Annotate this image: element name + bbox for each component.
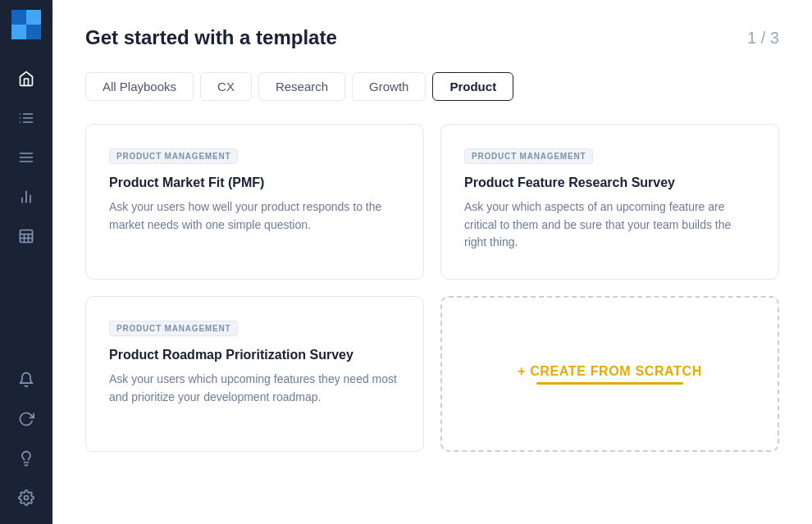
sidebar-item-refresh[interactable] <box>10 403 43 435</box>
sidebar <box>0 0 52 524</box>
card-roadmap-desc: Ask your users which upcoming features t… <box>109 371 400 406</box>
sidebar-item-menu[interactable] <box>10 141 43 174</box>
filter-tab-product[interactable]: Product <box>432 72 513 101</box>
svg-rect-1 <box>26 10 41 25</box>
svg-rect-2 <box>11 25 26 39</box>
filter-tabs: All Playbooks CX Research Growth Product <box>85 72 779 101</box>
card-roadmap-title: Product Roadmap Prioritization Survey <box>109 348 400 362</box>
main-content: Get started with a template 1 / 3 All Pl… <box>52 0 812 524</box>
sidebar-item-table[interactable] <box>10 220 43 253</box>
svg-rect-16 <box>21 230 33 243</box>
page-counter: 1 / 3 <box>747 29 779 48</box>
sidebar-item-bell[interactable] <box>10 363 43 396</box>
filter-tab-cx[interactable]: CX <box>200 72 252 101</box>
card-pmf-desc: Ask your users how well your product res… <box>109 198 400 234</box>
sidebar-item-chart[interactable] <box>10 180 43 213</box>
card-feature-research[interactable]: PRODUCT MANAGEMENT Product Feature Resea… <box>440 124 779 280</box>
filter-tab-research[interactable]: Research <box>258 72 345 101</box>
card-roadmap-badge: PRODUCT MANAGEMENT <box>109 321 238 336</box>
card-pmf-title: Product Market Fit (PMF) <box>109 175 400 190</box>
svg-rect-3 <box>26 25 41 39</box>
card-roadmap[interactable]: PRODUCT MANAGEMENT Product Roadmap Prior… <box>85 296 424 452</box>
logo[interactable] <box>11 10 41 56</box>
filter-tab-all-playbooks[interactable]: All Playbooks <box>85 72 194 101</box>
sidebar-item-list[interactable] <box>10 102 43 134</box>
card-pmf[interactable]: PRODUCT MANAGEMENT Product Market Fit (P… <box>85 124 424 280</box>
card-feature-research-desc: Ask your which aspects of an upcoming fe… <box>464 198 755 252</box>
sidebar-item-lightbulb[interactable] <box>10 442 43 475</box>
filter-tab-growth[interactable]: Growth <box>352 72 426 101</box>
sidebar-item-home[interactable] <box>10 62 43 95</box>
sidebar-item-settings[interactable] <box>10 481 43 514</box>
scratch-label: + CREATE FROM SCRATCH <box>518 364 702 379</box>
scratch-inner: + CREATE FROM SCRATCH <box>518 364 702 385</box>
card-feature-research-badge: PRODUCT MANAGEMENT <box>464 148 593 164</box>
page-title: Get started with a template <box>85 26 337 49</box>
create-from-scratch-card[interactable]: + CREATE FROM SCRATCH <box>440 296 779 452</box>
svg-point-23 <box>25 496 29 500</box>
scratch-underline-decoration <box>536 382 684 385</box>
card-pmf-badge: PRODUCT MANAGEMENT <box>109 148 238 164</box>
svg-rect-0 <box>11 10 26 25</box>
cards-grid: PRODUCT MANAGEMENT Product Market Fit (P… <box>85 124 779 452</box>
card-feature-research-title: Product Feature Research Survey <box>464 175 755 190</box>
